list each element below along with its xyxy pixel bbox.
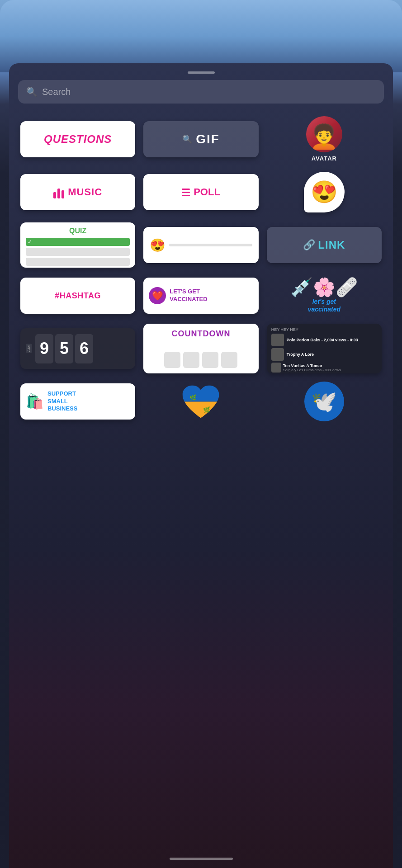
dove-sticker: 🕊️ [267,383,382,420]
mp-title-2: Trophy A Lore [287,352,377,357]
hashtag-sticker: #HASHTAG [20,278,135,314]
emoji-bubble-sticker: 😍 [304,172,345,212]
countdown-block-2 [183,352,199,368]
quiz-label: QUIZ [26,227,130,235]
sticker-panel: 🔍 Search QUESTIONS 🔍 GIF [9,63,393,868]
music-bar-2 [57,189,60,198]
mp-artist-3: Sergio y Los Cumbieros - 808 views [283,368,377,372]
avatar-sticker: 🧑‍🦱 AVATAR [267,116,382,162]
sticker-item-emoji-bubble[interactable]: 😍 [267,172,382,212]
support-sticker: 🛍️ SUPPORTSMALLBUSINESS [20,383,135,420]
music-bars [53,186,64,198]
countdown-sticker: COUNTDOWN [143,324,258,373]
support-label: SUPPORTSMALLBUSINESS [47,390,77,413]
vaccinated-label: LET'S GETVACCINATED [170,288,207,303]
countdown-block-4 [221,352,237,368]
dove-emoji: 🕊️ [311,389,337,414]
phone-container: 🔍 Search QUESTIONS 🔍 GIF [0,0,402,868]
hashtag-label: #HASHTAG [55,291,101,301]
music-sticker: MUSIC [20,174,135,210]
poll-label: POLL [194,186,220,198]
link-label: LINK [318,239,345,251]
questions-sticker: QUESTIONS [20,121,135,157]
drag-handle[interactable] [188,71,215,74]
mp-info-1: Polo Perion Oaks - 2,004 views - 0:03 [287,338,377,342]
mp-thumbnail-3 [271,363,281,373]
support-bag-icon: 🛍️ [26,393,44,410]
sticker-item-gif[interactable]: 🔍 GIF [143,116,258,162]
slider-track [169,244,252,246]
sticker-item-quiz[interactable]: QUIZ ✓ [20,222,135,268]
poll-line-3 [182,195,190,196]
vaccinated2-label: let's getvaccinated [308,298,341,313]
questions-label: QUESTIONS [44,133,112,146]
quiz-bar-selected: ✓ [26,238,130,246]
sticker-item-avatar[interactable]: 🧑‍🦱 AVATAR [267,116,382,162]
link-sticker: 🔗 LINK [267,227,382,263]
top-area [0,0,402,72]
vaccinated-sticker: ❤️ LET'S GETVACCINATED [143,278,258,314]
sticker-item-dove[interactable]: 🕊️ [267,383,382,420]
mp-title-1: Polo Perion Oaks - 2,004 views - 0:03 [287,338,377,342]
sticker-item-questions[interactable]: QUESTIONS [20,116,135,162]
mp-thumbnail-2 [271,348,284,361]
svg-text:🌿: 🌿 [203,406,210,414]
sticker-item-vaccinated2[interactable]: 💉🌸🩹 let's getvaccinated [267,278,382,314]
quiz-bar-3 [26,258,130,266]
music-bar-3 [61,190,64,198]
avatar-emoji: 🧑‍🦱 [309,125,339,148]
sticker-item-music-player[interactable]: HEY HEY HEY Polo Perion Oaks - 2,004 vie… [267,324,382,373]
quiz-sticker: QUIZ ✓ [20,222,135,268]
gif-sticker: 🔍 GIF [143,121,258,157]
sticker-item-countdown[interactable]: COUNTDOWN [143,324,258,373]
clock-minute: 5 [55,334,73,363]
music-label: MUSIC [68,186,102,198]
sticker-item-slider[interactable]: 😍 [143,222,258,268]
search-placeholder: Search [42,87,71,97]
svg-rect-0 [180,383,221,402]
mp-info-2: Trophy A Lore [287,352,377,357]
poll-line-2 [182,192,190,193]
countdown-block-3 [202,352,218,368]
countdown-blocks [164,352,237,368]
music-player-sticker: HEY HEY HEY Polo Perion Oaks - 2,004 vie… [267,324,382,373]
search-icon: 🔍 [26,86,38,97]
ukraine-heart-icon: 🌿 🌿 [180,382,221,421]
gif-label: GIF [196,132,220,146]
poll-sticker: POLL [143,174,258,210]
search-bar[interactable]: 🔍 Search [18,80,384,104]
mp-info-3: Ten Vueltas A Tomar Sergio y Los Cumbier… [283,363,377,372]
sticker-item-link[interactable]: 🔗 LINK [267,222,382,268]
quiz-bars: ✓ [26,238,130,266]
avatar-label: AVATAR [312,155,337,162]
clock-hour: 9 [35,334,53,363]
mp-title-3: Ten Vueltas A Tomar [283,363,377,368]
gif-search-icon: 🔍 [182,134,192,144]
poll-icon [182,189,190,196]
bottom-swipe-indicator[interactable] [170,858,233,860]
slider-sticker: 😍 [143,227,258,263]
quiz-check-icon: ✓ [28,239,32,245]
countdown-block-1 [164,352,180,368]
vaccinated2-illustration: 💉🌸🩹 [290,278,358,296]
sticker-item-poll[interactable]: POLL [143,172,258,212]
sticker-item-music[interactable]: MUSIC [20,172,135,212]
sticker-item-clock[interactable]: AM 9 5 6 [20,324,135,373]
sticker-item-ukraine[interactable]: 🌿 🌿 [143,383,258,420]
mp-thumbnail-1 [271,334,284,346]
svg-text:🌿: 🌿 [189,394,197,401]
sticker-item-vaccinated[interactable]: ❤️ LET'S GETVACCINATED [143,278,258,314]
poll-line-1 [182,189,190,190]
music-bar-1 [53,192,56,198]
countdown-label: COUNTDOWN [172,329,231,339]
dove-circle: 🕊️ [304,382,344,421]
mp-track-row-1: Polo Perion Oaks - 2,004 views - 0:03 [271,334,377,346]
vaccinated-heart-icon: ❤️ [149,287,166,304]
vaccinated2-sticker: 💉🌸🩹 let's getvaccinated [267,278,382,313]
ukraine-sticker: 🌿 🌿 [143,383,258,420]
mp-track-row-3: Ten Vueltas A Tomar Sergio y Los Cumbier… [271,363,377,373]
sticker-item-support[interactable]: 🛍️ SUPPORTSMALLBUSINESS [20,383,135,420]
emoji-bubble-emoji: 😍 [311,179,338,205]
vaccinated-heart-emoji: ❤️ [152,290,163,301]
sticker-item-hashtag[interactable]: #HASHTAG [20,278,135,314]
